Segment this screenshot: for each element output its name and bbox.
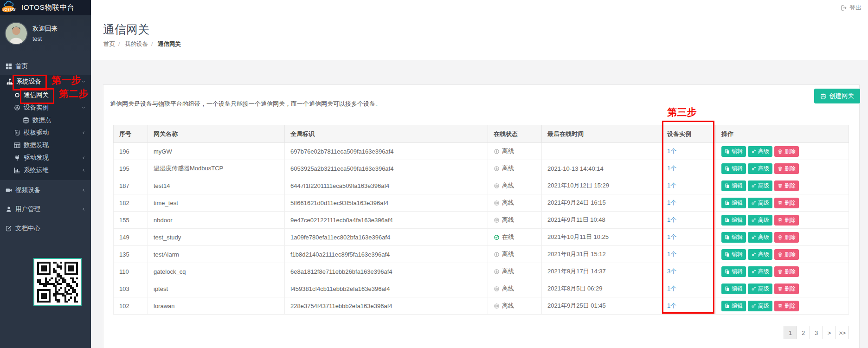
instance-count-link[interactable]: 1个 — [667, 216, 676, 223]
instance-count-link[interactable]: 1个 — [667, 182, 676, 189]
cell-status: 离线 — [488, 143, 542, 160]
edit-button[interactable]: 编辑 — [721, 146, 746, 157]
instance-count-link[interactable]: 1个 — [667, 148, 676, 155]
sidebar-item-user-management[interactable]: 用户管理 — [0, 200, 91, 218]
breadcrumb-home[interactable]: 首页 — [103, 41, 115, 47]
sidebar-item-data-points[interactable]: 数据点 — [0, 114, 91, 126]
edit-button[interactable]: 编辑 — [721, 284, 746, 294]
cell-status: 离线 — [488, 177, 542, 194]
sidebar-item-device-instances[interactable]: 设备实例 — [0, 101, 91, 114]
breadcrumb-current: 通信网关 — [158, 41, 181, 47]
logout-button[interactable]: 登出 — [841, 0, 862, 15]
advanced-button[interactable]: 高级 — [748, 284, 772, 294]
advanced-button[interactable]: 高级 — [748, 232, 772, 243]
edit-button[interactable]: 编辑 — [721, 249, 746, 260]
sidebar-item-comm-gateway[interactable]: 通信网关 — [0, 89, 91, 101]
delete-button[interactable]: 删除 — [774, 301, 799, 311]
edit-button[interactable]: 编辑 — [721, 232, 746, 243]
gears-icon — [751, 149, 756, 154]
brand[interactable]: IOTOS IOTOS物联中台 — [0, 0, 91, 15]
sign-out-icon — [841, 5, 847, 11]
delete-button[interactable]: 删除 — [774, 215, 799, 226]
status-online-icon — [494, 234, 500, 240]
advanced-button[interactable]: 高级 — [748, 215, 772, 226]
delete-button[interactable]: 删除 — [774, 198, 799, 208]
edit-button[interactable]: 编辑 — [721, 301, 746, 311]
sidebar-item-system-devices[interactable]: 系统设备 — [0, 75, 91, 89]
cell-last-online: 2021年9月11日 10:48 — [542, 212, 662, 229]
cell-guid: 228e3754f43711ebbb2efa163e396af4 — [285, 297, 488, 315]
gears-icon — [751, 303, 756, 309]
edit-button[interactable]: 编辑 — [721, 215, 746, 226]
create-gateway-button[interactable]: 创建网关 — [814, 89, 860, 103]
page-button-2[interactable]: 2 — [797, 326, 810, 339]
cell-instances: 1个 — [662, 246, 716, 263]
delete-button[interactable]: 删除 — [774, 232, 799, 243]
cell-actions: 编辑高级删除 — [716, 194, 849, 212]
instance-count-link[interactable]: 1个 — [667, 199, 676, 206]
edit-button[interactable]: 编辑 — [721, 198, 746, 208]
instance-count-link[interactable]: 1个 — [667, 285, 676, 292]
sidebar-item-home[interactable]: 首页 — [0, 58, 91, 75]
delete-button[interactable]: 删除 — [774, 249, 799, 260]
wheel-icon — [13, 104, 20, 111]
sidebar-item-doc-center[interactable]: 文档中心 — [0, 219, 91, 237]
delete-button[interactable]: 删除 — [774, 180, 799, 191]
sidebar-item-video-devices[interactable]: 视频设备 — [0, 181, 91, 199]
cell-last-online: 2021年10月12日 15:29 — [542, 177, 662, 194]
cell-status: 在线 — [488, 229, 542, 246]
status-offline-icon — [494, 269, 500, 275]
instance-count-link[interactable]: 1个 — [667, 251, 676, 258]
breadcrumb-my-devices[interactable]: 我的设备 — [125, 41, 148, 47]
shekel-icon — [13, 129, 20, 136]
cell-last-online: 2021年9月25日 01:45 — [542, 297, 662, 315]
welcome-text: 欢迎回来 — [32, 25, 58, 33]
page-button-3[interactable]: 3 — [810, 326, 823, 339]
delete-button[interactable]: 删除 — [774, 163, 799, 174]
delete-button[interactable]: 删除 — [774, 284, 799, 294]
trash-icon — [778, 235, 783, 240]
cell-guid: 6053925a2b3211eca509fa163e396af4 — [285, 160, 488, 177]
status-offline-icon — [494, 148, 500, 155]
edit-button[interactable]: 编辑 — [721, 180, 746, 191]
delete-button[interactable]: 删除 — [774, 266, 799, 277]
cell-actions: 编辑高级删除 — [716, 177, 849, 194]
advanced-button[interactable]: 高级 — [748, 301, 772, 311]
cell-last-online: 2021年8月31日 15:12 — [542, 246, 662, 263]
gears-icon — [751, 166, 756, 171]
card-toolbar: 通信网关是设备与物联平台的纽带，一个设备只能接一个通信网关，而一个通信网关可以接… — [103, 85, 859, 120]
cell-guid: f1b8d2140a2111ec89f5fa163e396af4 — [285, 246, 488, 263]
sidebar-item-system-ops[interactable]: 系统运维 — [0, 164, 91, 176]
instance-count-link[interactable]: 1个 — [667, 233, 676, 240]
advanced-button[interactable]: 高级 — [748, 249, 772, 260]
instance-count-link[interactable]: 1个 — [667, 165, 676, 172]
delete-button[interactable]: 删除 — [774, 146, 799, 157]
cell-status: 离线 — [488, 212, 542, 229]
sidebar: IOTOS IOTOS物联中台 欢迎回来 test 首页系统设备通信网关设备实例… — [0, 0, 91, 348]
column-header-5: 设备实例 — [662, 125, 716, 143]
advanced-button[interactable]: 高级 — [748, 163, 772, 174]
edit-button[interactable]: 编辑 — [721, 266, 746, 277]
instance-count-link[interactable]: 1个 — [667, 302, 676, 309]
table-row: 110gatelock_cq6e8a1812f8e711ebb26bfa163e… — [114, 263, 849, 280]
advanced-button[interactable]: 高级 — [748, 180, 772, 191]
plug-icon — [13, 155, 20, 161]
paste-icon — [725, 269, 730, 274]
advanced-button[interactable]: 高级 — [748, 266, 772, 277]
status-offline-icon — [494, 200, 500, 206]
cell-gateway-name: 温湿度传感器ModbusTCP — [148, 160, 285, 177]
edit-button[interactable]: 编辑 — [721, 163, 746, 174]
advanced-button[interactable]: 高级 — [748, 146, 772, 157]
gears-icon — [751, 218, 756, 223]
instance-count-link[interactable]: 3个 — [667, 268, 676, 275]
page-button-1[interactable]: 1 — [784, 326, 797, 339]
sidebar-item-template-driver[interactable]: 模板驱动 — [0, 126, 91, 139]
sidebar-item-label: 视频设备 — [15, 186, 40, 194]
advanced-button[interactable]: 高级 — [748, 198, 772, 208]
sidebar-item-data-discovery[interactable]: 数据发现 — [0, 139, 91, 151]
trash-icon — [778, 286, 783, 291]
cell-guid: 9e47ce02122111ecb0a4fa163e396af4 — [285, 212, 488, 229]
page-button->>[interactable]: >> — [836, 326, 849, 339]
sidebar-item-driver-discovery[interactable]: 驱动发现 — [0, 151, 91, 164]
page-button->[interactable]: > — [823, 326, 836, 339]
